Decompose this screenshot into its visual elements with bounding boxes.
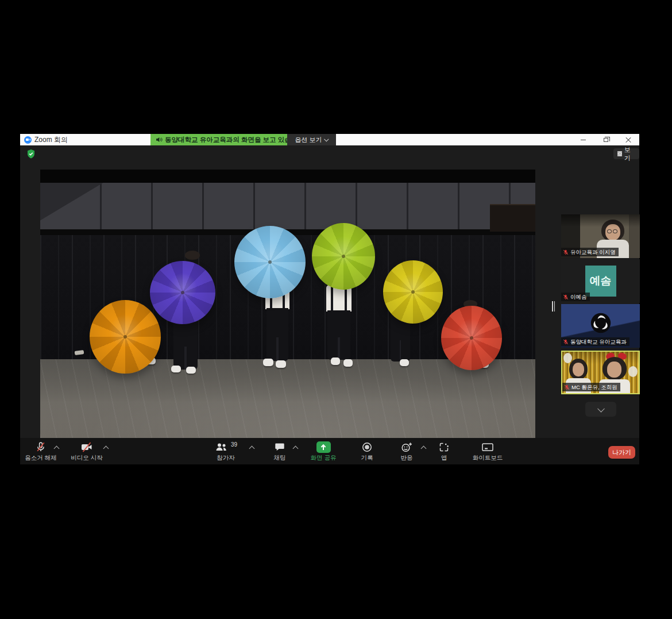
participant-tile-4-active-speaker[interactable]: MC 황온유, 조희원 [561, 351, 640, 394]
balloon [563, 353, 572, 363]
meeting-client-area: 보기 [20, 145, 639, 438]
obs-logo-icon [590, 312, 612, 336]
whiteboard-button[interactable]: 화이트보드 [465, 441, 511, 462]
chevron-down-icon [597, 405, 605, 412]
participants-label: 참가자 [207, 454, 244, 462]
start-video-button[interactable]: 비디오 시작 [68, 441, 105, 462]
apps-label: 앱 [426, 454, 462, 462]
umbrella-lime-green [312, 223, 375, 290]
banner-text: 동양대학교 유아교육과의 화면을 보고 있습니다 [165, 136, 304, 144]
avatar: 예솜 [585, 266, 616, 297]
view-button[interactable]: 보기 [613, 148, 639, 159]
balloon [628, 366, 638, 377]
speaker-icon [156, 136, 163, 143]
participant-name: 동양대학교 유아교육과 [570, 338, 627, 345]
glasses [607, 229, 619, 233]
screen-share-icon [316, 441, 331, 453]
participant-name-label: 이예솜 [561, 293, 590, 301]
reactions-button[interactable]: 반응 [388, 441, 425, 462]
stage-back-wall [40, 183, 535, 231]
participant-count: 39 [231, 441, 237, 448]
start-video-label: 비디오 시작 [68, 454, 105, 462]
mic-muted-icon [35, 441, 47, 453]
participant-name: MC 황온유, 조희원 [571, 383, 617, 391]
muted-mic-icon [564, 385, 570, 390]
participant-tile-2[interactable]: 예솜 이예솜 [561, 259, 640, 303]
screen-share-label: 화면 공유 [305, 454, 342, 462]
participant-name: 이예솜 [570, 293, 587, 301]
performer-legs [267, 308, 288, 361]
record-label: 기록 [349, 454, 385, 462]
shoe [263, 359, 273, 366]
participant-name-label: MC 황온유, 조희원 [562, 383, 620, 391]
chat-button[interactable]: 채팅 [261, 441, 298, 462]
umbrella-purple [150, 261, 215, 324]
chat-label: 채팅 [261, 454, 298, 462]
participant-name-label: 유아교육과 이지영 [561, 248, 619, 256]
screen-share-banner: 동양대학교 유아교육과의 화면을 보고 있습니다 [150, 134, 310, 145]
performer-head [185, 251, 200, 260]
apps-icon [438, 441, 450, 453]
shade [561, 214, 640, 227]
participant-name: 유아교육과 이지영 [570, 248, 616, 256]
reactions-smiley-icon [400, 441, 413, 453]
unmute-label: 음소거 해제 [22, 454, 59, 462]
window-title: Zoom 회의 [34, 135, 68, 145]
muted-mic-icon [563, 339, 569, 345]
chat-icon [274, 441, 285, 453]
titlebar: Zoom 회의 동양대학교 유아교육과의 화면을 보고 있습니다 옵션 보기 [20, 134, 639, 145]
performer-legs [327, 310, 350, 360]
close-icon [625, 137, 631, 143]
meeting-toolbar: 음소거 해제 비디오 시작 39 [20, 438, 639, 464]
titlebar-left: Zoom 회의 [24, 134, 68, 145]
shared-screen-content [40, 170, 535, 438]
restore-icon [604, 138, 608, 142]
zoom-meeting-window: Zoom 회의 동양대학교 유아교육과의 화면을 보고 있습니다 옵션 보기 [20, 134, 639, 464]
participant-name-label: 동양대학교 유아교육과 [561, 337, 629, 346]
apps-button[interactable]: 앱 [426, 441, 462, 462]
more-participants-button[interactable] [585, 402, 616, 417]
view-label: 보기 [624, 145, 635, 163]
minimize-button[interactable] [572, 134, 594, 145]
umbrella-red [441, 306, 502, 370]
options-menu-button[interactable]: 옵션 보기 [287, 134, 336, 145]
performer-legs [173, 318, 198, 370]
participants-button[interactable]: 39 참가자 [207, 441, 244, 462]
shoe [343, 359, 353, 367]
whiteboard-label: 화이트보드 [465, 454, 511, 462]
record-icon [361, 441, 373, 453]
unmute-button[interactable]: 음소거 해제 [22, 441, 59, 462]
leave-meeting-button[interactable]: 나가기 [608, 446, 635, 459]
shoe [276, 360, 286, 368]
close-button[interactable] [617, 134, 639, 145]
security-shield-icon[interactable] [27, 149, 35, 159]
maximize-button[interactable] [594, 134, 617, 145]
participant-tile-1[interactable]: 유아교육과 이지영 [561, 214, 640, 258]
window-controls [572, 134, 639, 145]
whiteboard-icon [481, 441, 495, 453]
muted-mic-icon [563, 249, 569, 255]
umbrella-orange [90, 300, 161, 374]
shoe [400, 359, 409, 366]
view-grid-icon [617, 151, 622, 156]
shoe [171, 366, 181, 372]
participants-icon [214, 441, 228, 453]
options-label: 옵션 보기 [295, 136, 322, 144]
caret-down-icon [324, 137, 329, 141]
zoom-logo-icon [24, 136, 32, 144]
umbrella-sky-blue [234, 226, 306, 298]
thumbnails-collapse-handle[interactable] [552, 299, 557, 313]
umbrella-yellow [383, 260, 443, 324]
record-button[interactable]: 기록 [349, 441, 385, 462]
muted-mic-icon [563, 294, 569, 300]
shoe [186, 367, 196, 374]
participant-tile-3[interactable]: 동양대학교 유아교육과 [561, 304, 640, 348]
participant-face [607, 362, 621, 378]
reactions-label: 반응 [388, 454, 425, 462]
screen-share-button[interactable]: 화면 공유 [305, 441, 342, 462]
participants-options-chevron[interactable] [249, 446, 255, 452]
participant-face [573, 363, 584, 376]
camera-muted-icon [80, 441, 93, 453]
minimize-icon [581, 140, 586, 140]
stage-podium [490, 204, 535, 232]
